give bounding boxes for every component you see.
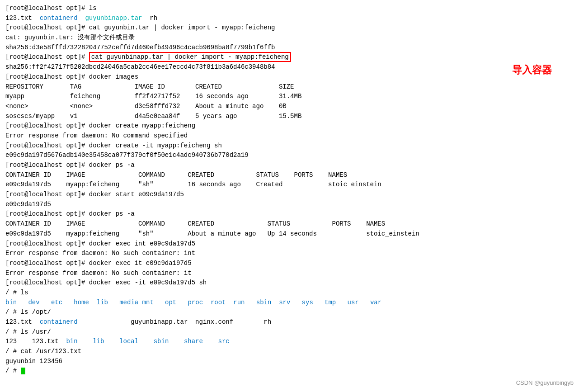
line-17: [root@localhost opt]# docker ps -a	[5, 161, 574, 170]
dir-lib-usr: lib	[93, 338, 104, 345]
dir-home: home	[74, 299, 89, 306]
line-24: e09c9da197d5 myapp:feicheng "sh" About a…	[5, 229, 574, 239]
spacer	[78, 14, 85, 22]
dir-containerd-opt: containerd	[40, 318, 78, 326]
dir-share: share	[184, 338, 203, 345]
prompt-text: [root@localhost opt]# ls	[5, 5, 97, 12]
line-6: [root@localhost opt]# cat guyunbinapp.ta…	[5, 52, 574, 62]
line-18-header: CONTAINER ID IMAGE COMMAND CREATED STATU…	[5, 170, 574, 180]
line-26: Error response from daemon: No such cont…	[5, 249, 574, 259]
line-15: [root@localhost opt]# docker create -it …	[5, 141, 574, 151]
dir-usr: usr	[347, 299, 358, 306]
line-27: [root@localhost opt]# docker exec it e09…	[5, 259, 574, 269]
line-19: e09c9da197d5 myapp:feicheng "sh" 16 seco…	[5, 180, 574, 190]
line-38-prompt: / #	[5, 366, 574, 376]
dir-bin: bin	[5, 299, 17, 306]
dir-srv: srv	[279, 299, 290, 306]
file-containerd: containerd	[40, 14, 78, 22]
dir-sys: sys	[302, 299, 313, 306]
line-4: cat: guyunbin.tar: 没有那个文件或目录	[5, 33, 574, 43]
dir-sbin-usr: sbin	[154, 338, 169, 345]
line-13: [root@localhost opt]# docker create myap…	[5, 121, 574, 131]
line-25: [root@localhost opt]# docker exec int e0…	[5, 239, 574, 249]
dir-src: src	[218, 338, 230, 345]
line-28: Error response from daemon: No such cont…	[5, 269, 574, 279]
line-35: 123 123.txt bin lib local sbin share src	[5, 337, 574, 347]
line-32: / # ls /opt/	[5, 307, 574, 317]
dir-sbin: sbin	[256, 299, 272, 306]
line-9-header: REPOSITORY TAG IMAGE ID CREATED SIZE	[5, 82, 574, 92]
dir-lib: lib	[97, 299, 108, 306]
line-30: / # ls	[5, 288, 574, 298]
file-123txt: 123.txt	[5, 14, 40, 22]
line-21: e09c9da197d5	[5, 200, 574, 210]
watermark: CSDN @guyunbingyb	[516, 378, 574, 387]
dir-bin-usr: bin	[66, 338, 77, 345]
dir-root: root	[211, 299, 226, 306]
line-31: bin dev etc home lib media mnt opt proc …	[5, 298, 574, 308]
line-7: sha256:ff2f42717f5202dbcd24046a5cab2cc46…	[5, 62, 574, 72]
file-rh: rh	[142, 14, 157, 22]
highlighted-command: cat guyunbinapp.tar | docker import - my…	[89, 52, 291, 62]
line-3: [root@localhost opt]# cat guyunbin.tar |…	[5, 23, 574, 33]
line-16: e09c9da197d5676adb140e35458ca077f379cf0f…	[5, 151, 574, 161]
line-22: [root@localhost opt]# docker ps -a	[5, 209, 574, 219]
dir-run: run	[233, 299, 245, 306]
line-10: myapp feicheng ff2f42717f52 16 seconds a…	[5, 92, 574, 102]
line-5: sha256:d3e58fffd732282047752ceffd7d460ef…	[5, 43, 574, 53]
dir-media: media	[119, 299, 138, 306]
dir-opt: opt	[165, 299, 176, 306]
line-1: [root@localhost opt]# ls	[5, 4, 574, 14]
line-20: [root@localhost opt]# docker start e09c9…	[5, 190, 574, 200]
line-29: [root@localhost opt]# docker exec -it e0…	[5, 278, 574, 288]
line-23-header: CONTAINER ID IMAGE COMMAND CREATED STATU…	[5, 219, 574, 229]
dir-local: local	[119, 338, 138, 345]
line-33: 123.txt containerd guyunbinapp.tar nginx…	[5, 317, 574, 327]
dir-etc: etc	[51, 299, 62, 306]
terminal: [root@localhost opt]# ls 123.txt contain…	[0, 0, 579, 392]
dir-mnt: mnt	[142, 299, 154, 306]
line-34: / # ls /usr/	[5, 327, 574, 337]
annotation-import-container: 导入容器	[512, 62, 552, 78]
dir-dev: dev	[28, 299, 39, 306]
terminal-cursor	[21, 368, 25, 374]
line-8: [root@localhost opt]# docker images	[5, 72, 574, 82]
file-guyunbinapp: guyunbinapp.tar	[85, 14, 142, 22]
line-11: <none> <none> d3e58fffd732 About a minut…	[5, 102, 574, 112]
line-14: Error response from daemon: No command s…	[5, 131, 574, 141]
line-36: / # cat /usr/123.txt	[5, 347, 574, 357]
line-37: guyunbin 123456	[5, 357, 574, 367]
dir-tmp: tmp	[325, 299, 336, 306]
dir-var: var	[370, 299, 381, 306]
line-2: 123.txt containerd guyunbinapp.tar rh	[5, 14, 574, 24]
dir-proc: proc	[188, 299, 203, 306]
line-12: soscscs/myapp v1 d4a5e0eaa84f 5 years ag…	[5, 112, 574, 122]
